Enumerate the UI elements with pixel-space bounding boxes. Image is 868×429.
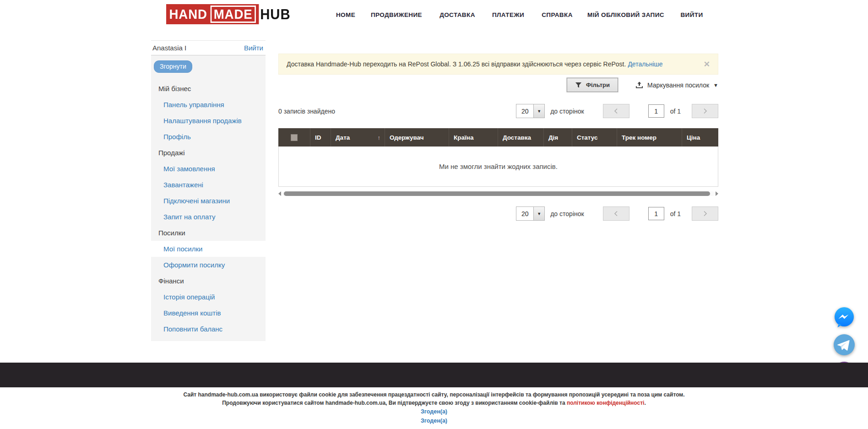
sidebar-menu: Мій бізнес Панель управління Налаштуванн… [151, 81, 266, 337]
banner-text: Доставка Handmade-Hub переходить на RePo… [287, 60, 626, 68]
col-status[interactable]: Статус [572, 128, 617, 147]
sidebar-section-sales: Продажі [151, 145, 266, 161]
sidebar-item-transaction-history[interactable]: Історія операцій [151, 289, 266, 305]
empty-state: Ми не змогли знайти жодних записів. [278, 147, 718, 187]
agree-link-2[interactable]: Згоден(а) [0, 417, 868, 425]
close-icon[interactable]: ✕ [704, 60, 710, 69]
top-header: HAND MADE HUB HOME ПРОДВИЖЕНИЕ ДОСТАВКА … [0, 0, 868, 29]
filters-button[interactable]: Фільтри [567, 78, 618, 92]
col-country[interactable]: Країна [449, 128, 498, 147]
page-number-input[interactable] [648, 104, 664, 118]
per-page-label: до сторінок [550, 108, 584, 115]
page-of-label: of 1 [670, 108, 681, 115]
next-page-button[interactable] [692, 104, 718, 118]
col-price[interactable]: Ціна [682, 128, 718, 147]
nav-home[interactable]: HOME [336, 0, 355, 29]
parcels-table: ID Дата ↑ Одержувач Країна Доставка Дія … [278, 128, 718, 187]
chevron-right-icon [703, 108, 707, 114]
user-row: Anastasia I Вийти [151, 40, 266, 55]
sidebar-item-dashboard[interactable]: Панель управління [151, 97, 266, 113]
funnel-icon [575, 82, 582, 88]
prev-page-button[interactable] [603, 206, 629, 221]
table-header-select [278, 128, 310, 147]
scroll-right-icon[interactable] [716, 191, 718, 196]
col-id[interactable]: ID [310, 128, 331, 147]
upload-icon [635, 81, 643, 89]
chevron-right-icon [703, 211, 707, 217]
logo-made: MADE [210, 5, 256, 23]
sidebar: Anastasia I Вийти Згорнути Мій бізнес Па… [151, 40, 266, 341]
records-count: 0 записів знайдено [278, 108, 335, 115]
prev-page-button[interactable] [603, 104, 629, 118]
nav-delivery[interactable]: ДОСТАВКА [439, 0, 475, 29]
sidebar-item-withdraw-funds[interactable]: Виведення коштів [151, 305, 266, 321]
scrollbar-thumb[interactable] [284, 191, 710, 196]
site-logo[interactable]: HAND MADE HUB [166, 4, 291, 24]
col-date[interactable]: Дата ↑ [331, 128, 385, 147]
logo-red-box: HAND MADE [166, 4, 259, 24]
sidebar-item-profile[interactable]: Профіль [151, 129, 266, 145]
parcel-marking-label: Маркування посилок [647, 81, 709, 89]
messenger-icon[interactable] [833, 306, 855, 328]
nav-logout[interactable]: ВИЙТИ [680, 0, 703, 29]
privacy-policy-link[interactable]: політикою конфіденційності [567, 400, 644, 406]
chevron-down-icon: ▼ [534, 207, 544, 220]
footer: Сайт handmade-hub.com.ua використовує фа… [0, 391, 868, 425]
controls-row: Фільтри Маркування посилок ▼ [278, 78, 718, 92]
sort-asc-icon[interactable]: ↑ [378, 134, 381, 141]
sidebar-item-create-parcel[interactable]: Оформити посилку [151, 257, 266, 273]
user-name: Anastasia I [152, 44, 186, 52]
sidebar-item-my-parcels[interactable]: Мої посилки [151, 241, 266, 257]
scrollbar-track[interactable] [283, 191, 714, 196]
col-delivery[interactable]: Доставка [498, 128, 544, 147]
chevron-left-icon [614, 211, 618, 217]
sidebar-item-top-up-balance[interactable]: Поповнити баланс [151, 321, 266, 337]
nav-my-account[interactable]: МІЙ ОБЛІКОВИЙ ЗАПИС [587, 0, 664, 29]
sidebar-section-my-business: Мій бізнес [151, 81, 266, 97]
chevron-down-icon: ▼ [713, 82, 718, 88]
cookie-text-line2: Продовжуючи користуватися сайтом handmad… [0, 399, 868, 407]
telegram-icon[interactable] [833, 334, 855, 356]
select-all-checkbox[interactable] [291, 134, 298, 141]
next-page-button[interactable] [692, 206, 718, 221]
sidebar-item-connected-shops[interactable]: Підключені магазини [151, 193, 266, 209]
nav-promotion[interactable]: ПРОДВИЖЕНИЕ [371, 0, 422, 29]
table-header: ID Дата ↑ Одержувач Країна Доставка Дія … [278, 128, 718, 147]
agree-link-1[interactable]: Згоден(а) [0, 407, 868, 416]
sidebar-section-parcels: Посилки [151, 225, 266, 241]
nav-help[interactable]: СПРАВКА [542, 0, 573, 29]
page: HAND MADE HUB HOME ПРОДВИЖЕНИЕ ДОСТАВКА … [0, 0, 868, 429]
banner-details-link[interactable]: Детальніше [628, 60, 662, 68]
empty-state-text: Ми не змогли знайти жодних записів. [439, 163, 558, 170]
chevron-down-icon: ▼ [534, 104, 544, 118]
logo-hub: HUB [260, 6, 291, 23]
page-number-input[interactable] [648, 207, 664, 220]
pagination-bottom: 20 ▼ до сторінок of 1 [278, 206, 718, 221]
per-page-label: до сторінок [550, 210, 584, 217]
sidebar-item-uploaded[interactable]: Завантажені [151, 177, 266, 193]
page-size-select[interactable]: 20 ▼ [516, 104, 545, 118]
horizontal-scrollbar [278, 190, 718, 197]
count-row: 0 записів знайдено 20 ▼ до сторінок of 1 [278, 104, 718, 118]
col-action[interactable]: Дія [544, 128, 572, 147]
col-recipient[interactable]: Одержувач [385, 128, 449, 147]
cookie-text-line1: Сайт handmade-hub.com.ua використовує фа… [0, 391, 868, 399]
sidebar-section-finance: Фінанси [151, 273, 266, 289]
chevron-left-icon [614, 108, 618, 114]
sidebar-logout-link[interactable]: Вийти [244, 44, 263, 52]
sidebar-panel: Згорнути Мій бізнес Панель управління На… [151, 55, 266, 341]
parcel-marking-dropdown[interactable]: Маркування посилок ▼ [635, 81, 718, 89]
collapse-button[interactable]: Згорнути [154, 60, 192, 73]
notification-banner: Доставка Handmade-Hub переходить на RePo… [278, 54, 718, 75]
pagination-top: 20 ▼ до сторінок of 1 [516, 104, 718, 118]
scroll-left-icon[interactable] [278, 191, 281, 196]
nav-payments[interactable]: ПЛАТЕЖИ [492, 0, 524, 29]
logo-hand: HAND [169, 7, 207, 21]
col-track-number[interactable]: Трек номер [617, 128, 682, 147]
sidebar-item-my-orders[interactable]: Мої замовлення [151, 161, 266, 177]
sidebar-item-sales-settings[interactable]: Налаштування продажів [151, 113, 266, 129]
footer-dark-bar [0, 363, 868, 387]
sidebar-item-payment-request[interactable]: Запит на оплату [151, 209, 266, 225]
page-size-select[interactable]: 20 ▼ [516, 206, 545, 221]
page-of-label: of 1 [670, 210, 681, 217]
